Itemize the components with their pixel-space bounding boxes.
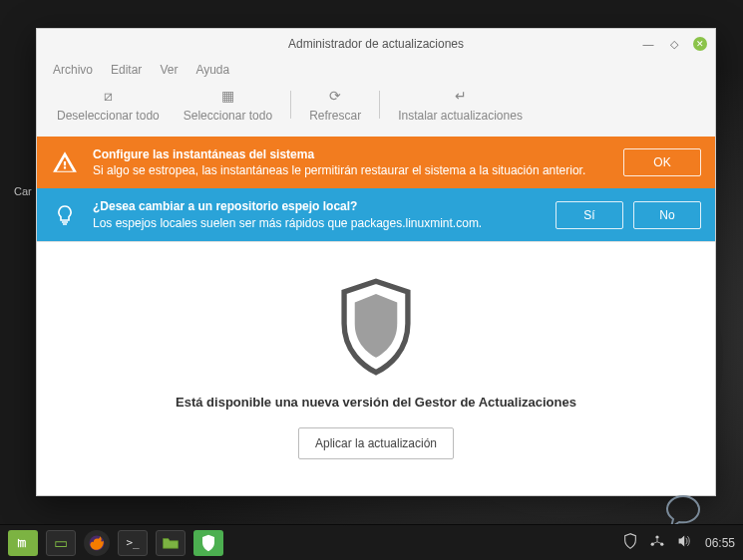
taskbar: ▭ >_ 06:55 bbox=[0, 524, 743, 560]
files-launcher[interactable] bbox=[156, 530, 186, 556]
refresh-label: Refrescar bbox=[309, 109, 361, 123]
system-tray: 06:55 bbox=[623, 533, 735, 552]
menu-ayuda[interactable]: Ayuda bbox=[195, 63, 229, 77]
menu-editar[interactable]: Editar bbox=[111, 63, 142, 77]
update-manager-window: Administrador de actualizaciones — ◇ ✕ A… bbox=[36, 28, 716, 496]
update-available-message: Está disponible una nueva versión del Ge… bbox=[176, 395, 576, 410]
titlebar[interactable]: Administrador de actualizaciones — ◇ ✕ bbox=[37, 29, 715, 59]
update-manager-taskbar[interactable] bbox=[193, 530, 223, 556]
close-button[interactable]: ✕ bbox=[693, 37, 707, 51]
menu-ver[interactable]: Ver bbox=[160, 63, 178, 77]
select-label: Seleccionar todo bbox=[184, 109, 272, 123]
window-title: Administrador de actualizaciones bbox=[37, 37, 715, 51]
toolbar-separator bbox=[379, 91, 380, 119]
menu-archivo[interactable]: Archivo bbox=[53, 63, 93, 77]
start-menu-button[interactable] bbox=[8, 530, 38, 556]
mirror-no-button[interactable]: No bbox=[633, 201, 701, 229]
volume-icon[interactable] bbox=[677, 534, 693, 551]
firefox-launcher[interactable] bbox=[84, 530, 110, 556]
select-icon: ▦ bbox=[221, 87, 234, 105]
apply-update-button[interactable]: Aplicar la actualización bbox=[298, 427, 454, 459]
refresh-icon: ⟳ bbox=[329, 87, 341, 105]
clock[interactable]: 06:55 bbox=[705, 536, 735, 550]
tray-shield-icon[interactable] bbox=[623, 533, 637, 552]
snapshot-ok-button[interactable]: OK bbox=[623, 148, 701, 176]
snapshot-banner-body: Si algo se estropea, las instantáneas le… bbox=[93, 162, 609, 178]
mirror-banner-body: Los espejos locales suelen ser más rápid… bbox=[93, 215, 542, 231]
maximize-button[interactable]: ◇ bbox=[667, 37, 681, 51]
install-label: Instalar actualizaciones bbox=[398, 109, 523, 123]
svg-point-2 bbox=[655, 535, 658, 538]
shield-icon bbox=[333, 277, 419, 377]
deselect-icon: ⧄ bbox=[104, 87, 113, 105]
mirror-banner: ¿Desea cambiar a un repositorio espejo l… bbox=[37, 188, 715, 240]
content-area: Está disponible una nueva versión del Ge… bbox=[37, 241, 715, 495]
mirror-banner-title: ¿Desea cambiar a un repositorio espejo l… bbox=[93, 198, 542, 214]
lightbulb-icon bbox=[51, 201, 79, 229]
snapshot-banner: Configure las instantáneas del sistema S… bbox=[37, 137, 715, 188]
minimize-button[interactable]: — bbox=[641, 37, 655, 51]
toolbar: ⧄ Deseleccionar todo ▦ Seleccionar todo … bbox=[37, 83, 715, 137]
deselect-all-button[interactable]: ⧄ Deseleccionar todo bbox=[45, 87, 172, 123]
snapshot-banner-title: Configure las instantáneas del sistema bbox=[93, 146, 609, 162]
desktop-icon-label: Car bbox=[14, 185, 32, 197]
terminal-launcher[interactable]: >_ bbox=[118, 530, 148, 556]
select-all-button[interactable]: ▦ Seleccionar todo bbox=[172, 87, 284, 123]
show-desktop-button[interactable]: ▭ bbox=[46, 530, 76, 556]
install-icon: ↵ bbox=[455, 87, 467, 105]
menubar: Archivo Editar Ver Ayuda bbox=[37, 59, 715, 83]
warning-icon bbox=[51, 148, 79, 176]
deselect-label: Deseleccionar todo bbox=[57, 109, 160, 123]
network-icon[interactable] bbox=[649, 534, 665, 551]
refresh-button[interactable]: ⟳ Refrescar bbox=[297, 87, 373, 123]
mirror-yes-button[interactable]: Sí bbox=[556, 201, 623, 229]
toolbar-separator bbox=[290, 91, 291, 119]
install-updates-button[interactable]: ↵ Instalar actualizaciones bbox=[386, 87, 535, 123]
